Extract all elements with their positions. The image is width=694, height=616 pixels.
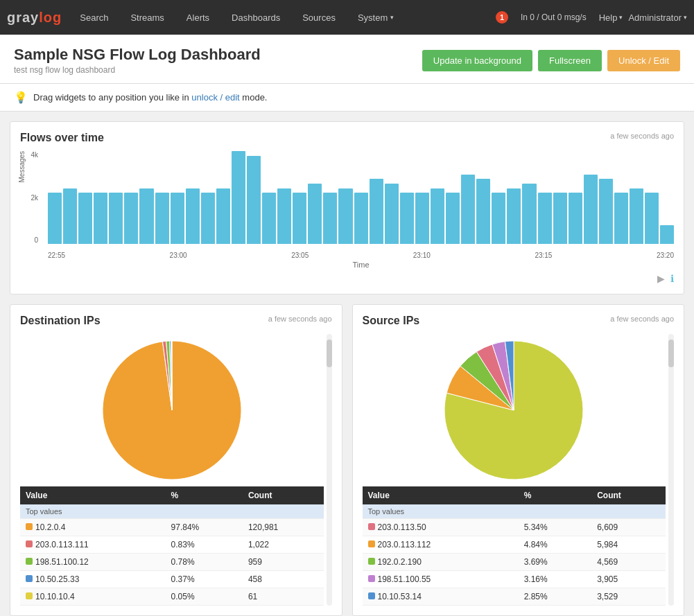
bar [94, 193, 107, 244]
msg-rate: In 0 / Out 0 msg/s [521, 12, 587, 22]
bar [476, 179, 490, 244]
bar [63, 188, 77, 244]
dest-col-pct: % [166, 486, 243, 504]
table-row: 10.50.25.33 0.37% 458 [20, 571, 324, 588]
nav-sources[interactable]: Sources [291, 0, 347, 35]
table-row: 198.51.100.12 0.78% 959 [20, 554, 324, 571]
bar [446, 193, 460, 244]
logo-text: graylog [7, 10, 62, 26]
table-row: 10.10.10.4 0.05% 61 [20, 588, 324, 606]
bar [507, 188, 521, 244]
src-col-value: Value [363, 486, 519, 504]
page-title: Sample NSG Flow Log Dashboard [14, 46, 261, 64]
src-col-pct: % [519, 486, 592, 504]
bar [553, 193, 567, 244]
x-tick-2300: 23:00 [170, 252, 187, 259]
bar [201, 193, 215, 244]
chevron-down-icon: ▾ [619, 14, 623, 21]
bar [645, 193, 659, 244]
bar [370, 179, 383, 244]
unlock-edit-link[interactable]: unlock / edit [191, 92, 239, 103]
bulb-icon: 💡 [14, 91, 28, 104]
navbar: graylog Search Streams Alerts Dashboards… [0, 0, 694, 35]
src-title: Source IPs [363, 315, 420, 327]
src-scrollbar[interactable] [668, 334, 674, 606]
dest-table: Value % Count Top values 10.2.0.4 97.84%… [20, 486, 324, 606]
bar [48, 193, 62, 244]
notification-badge[interactable]: 1 [496, 11, 508, 24]
src-pie-wrapper [363, 341, 666, 479]
nav-system[interactable]: System ▾ [347, 0, 405, 35]
bar [522, 184, 536, 244]
info-bar: 💡 Drag widgets to any position you like … [0, 84, 694, 112]
update-background-button[interactable]: Update in background [422, 50, 532, 71]
nav-streams[interactable]: Streams [119, 0, 175, 35]
ip-cards-row: Destination IPs a few seconds ago Value … [10, 304, 684, 616]
bar [660, 225, 674, 244]
nav-help[interactable]: Help ▾ [599, 12, 623, 23]
table-row: 203.0.113.50 5.34% 6,609 [363, 519, 666, 536]
bar [431, 188, 444, 244]
chart-timestamp: a few seconds ago [610, 132, 674, 140]
page-subtitle: test nsg flow log dashboard [14, 65, 261, 75]
nav-dashboards[interactable]: Dashboards [220, 0, 291, 35]
table-row: 10.2.0.4 97.84% 120,981 [20, 519, 324, 536]
bar [155, 193, 169, 244]
bar [323, 193, 337, 244]
nav-admin[interactable]: Administrator ▾ [628, 12, 687, 23]
bar [569, 193, 582, 244]
chart-actions: ▶ ℹ [20, 273, 674, 284]
play-icon[interactable]: ▶ [657, 273, 665, 284]
y-tick-4k: 4k [31, 151, 38, 159]
info-text: Drag widgets to any position you like in… [33, 92, 267, 103]
bar [277, 188, 291, 244]
x-tick-2320: 23:20 [657, 252, 674, 259]
page-title-section: Sample NSG Flow Log Dashboard test nsg f… [14, 46, 261, 75]
dest-scroll-thumb[interactable] [327, 340, 332, 367]
table-row: 203.0.113.112 4.84% 5,984 [363, 536, 666, 554]
src-scroll-thumb[interactable] [668, 340, 674, 367]
nav-right: 1 In 0 / Out 0 msg/s Help ▾ Administrato… [496, 11, 687, 24]
chart-bars [48, 151, 674, 244]
src-pie-chart [444, 341, 583, 479]
info-icon[interactable]: ℹ [670, 273, 674, 284]
nav-alerts[interactable]: Alerts [175, 0, 220, 35]
bar [216, 188, 230, 244]
bar [584, 175, 598, 245]
dest-scroll-content: Value % Count Top values 10.2.0.4 97.84%… [20, 334, 324, 606]
chart-title: Flows over time [20, 132, 104, 144]
bar [538, 193, 552, 244]
x-tick-2315: 23:15 [535, 252, 552, 259]
table-row: 198.51.100.55 3.16% 3,905 [363, 571, 666, 588]
bar [354, 193, 368, 244]
logo[interactable]: graylog [7, 10, 62, 26]
table-row: 203.0.113.111 0.83% 1,022 [20, 536, 324, 554]
unlock-edit-button[interactable]: Unlock / Edit [607, 50, 680, 71]
dest-content: Value % Count Top values 10.2.0.4 97.84%… [20, 334, 332, 606]
y-axis-label: Messages [18, 151, 26, 183]
bar [139, 188, 153, 244]
dest-top-values-row: Top values [20, 504, 324, 519]
src-table: Value % Count Top values 203.0.113.50 5.… [363, 486, 666, 606]
bar [492, 193, 505, 244]
page-actions: Update in background Fullscreen Unlock /… [422, 50, 680, 71]
bar [293, 193, 306, 244]
x-tick-2310: 23:10 [413, 252, 431, 259]
chart-title-row: Flows over time a few seconds ago [20, 132, 674, 144]
bar [232, 151, 245, 244]
x-tick-2255: 22:55 [48, 252, 65, 259]
x-axis-label: Time [48, 261, 674, 269]
dest-title: Destination IPs [20, 315, 101, 327]
bar-chart: 4k 2k 0 Messages 22:55 23:00 23:05 23:10… [20, 151, 674, 269]
dest-scrollbar[interactable] [327, 334, 332, 606]
src-top-values-row: Top values [363, 504, 666, 519]
dest-timestamp: a few seconds ago [268, 315, 332, 323]
src-content: Value % Count Top values 203.0.113.50 5.… [363, 334, 675, 606]
bar [599, 179, 613, 244]
nav-search[interactable]: Search [69, 0, 119, 35]
y-tick-0: 0 [34, 236, 38, 244]
fullscreen-button[interactable]: Fullscreen [538, 50, 602, 71]
x-axis: 22:55 23:00 23:05 23:10 23:15 23:20 [48, 252, 674, 259]
table-row: 192.0.2.190 3.69% 4,569 [363, 554, 666, 571]
bar [338, 188, 352, 244]
